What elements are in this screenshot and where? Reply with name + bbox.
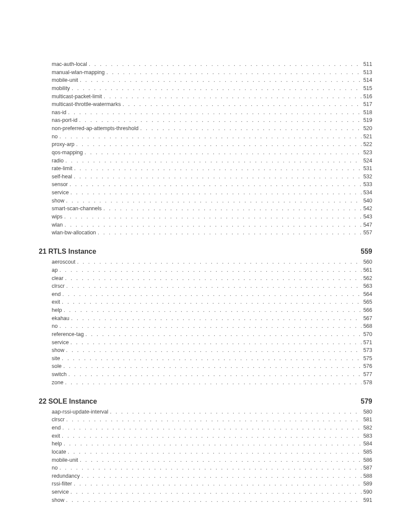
toc-entry-label: rate-limit <box>52 165 72 172</box>
toc-entry: sole576 <box>52 362 372 370</box>
toc-entry-page: 573 <box>363 346 372 354</box>
toc-section: mac-auth-local511manual-wlan-mapping513m… <box>52 60 372 236</box>
toc-entry: site575 <box>52 355 372 362</box>
toc-entry: mobile-unit586 <box>52 456 372 464</box>
toc-entry: end564 <box>52 290 372 298</box>
toc-entry: wlan547 <box>52 221 372 229</box>
toc-entry: help584 <box>52 440 372 448</box>
toc-entry: locate585 <box>52 448 372 456</box>
toc-entry-label: site <box>52 355 60 362</box>
toc-entry-page: 521 <box>363 133 372 140</box>
dot-leader <box>70 180 362 188</box>
toc-entry-page: 518 <box>363 109 372 116</box>
dot-leader <box>62 424 361 432</box>
toc-entry-page: 582 <box>363 424 372 432</box>
dot-leader <box>140 124 362 132</box>
dot-leader <box>122 100 361 108</box>
toc-entry: proxy-arp522 <box>52 140 372 148</box>
dot-leader <box>66 197 361 205</box>
dot-leader <box>64 213 361 221</box>
dot-leader <box>72 84 361 92</box>
toc-entry-page: 540 <box>363 197 372 205</box>
toc-entry-label: switch <box>52 370 67 378</box>
toc-entry-page: 511 <box>363 60 372 68</box>
toc-entry: multicast-packet-limit516 <box>52 93 372 100</box>
toc-entry-label: clear <box>52 274 63 282</box>
toc-entry-label: qos-mapping <box>52 149 83 156</box>
chapter-heading: 22 SOLE Instance579 <box>39 398 372 405</box>
toc-entry-label: aeroscout <box>52 258 75 266</box>
toc-entry-page: 584 <box>363 440 372 448</box>
chapter-page-number: 559 <box>361 248 372 255</box>
toc-entry-label: clrscr <box>52 282 65 290</box>
toc-entry: exit565 <box>52 298 372 306</box>
toc-entry-page: 581 <box>363 416 372 423</box>
toc-entry: wlan-bw-allocation557 <box>52 229 372 236</box>
dot-leader <box>64 440 362 448</box>
dot-leader <box>68 448 361 456</box>
dot-leader <box>84 149 361 156</box>
toc-entry: aap-rssi-update-interval580 <box>52 408 372 416</box>
toc-entry-label: sensor <box>52 180 68 188</box>
dot-leader <box>71 339 362 346</box>
dot-leader <box>65 379 361 386</box>
dot-leader <box>80 76 361 84</box>
toc-entry: qos-mapping523 <box>52 149 372 156</box>
toc-entry: multicast-throttle-watermarks517 <box>52 100 372 108</box>
toc-entry: sensor533 <box>52 180 372 188</box>
toc-entry-label: clrscr <box>52 416 65 423</box>
toc-entry-label: no <box>52 322 58 330</box>
toc-entry: nas-port-id519 <box>52 116 372 124</box>
toc-entry: show573 <box>52 346 372 354</box>
toc-entry-page: 577 <box>363 370 372 378</box>
toc-entry-page: 580 <box>363 408 372 416</box>
chapter-title: 21 RTLS Instance <box>39 248 361 255</box>
toc-entry-page: 588 <box>363 472 372 480</box>
toc-entry-label: service <box>52 339 69 346</box>
toc-entry-label: non-preferred-ap-attempts-threshold <box>52 124 139 132</box>
toc-entry-page: 568 <box>363 322 372 330</box>
dot-leader <box>110 408 361 416</box>
toc-entry: non-preferred-ap-attempts-threshold520 <box>52 124 372 132</box>
toc-entry: service590 <box>52 488 372 496</box>
toc-entry-label: mobility <box>52 84 70 92</box>
dot-leader <box>81 472 361 480</box>
dot-leader <box>71 488 362 496</box>
dot-leader <box>76 140 361 148</box>
toc-entry: wips543 <box>52 213 372 221</box>
toc-entry-page: 590 <box>363 488 372 496</box>
toc-entry-page: 520 <box>363 124 372 132</box>
toc-entry-page: 578 <box>363 379 372 386</box>
toc-entry: clrscr563 <box>52 282 372 290</box>
dot-leader <box>74 173 361 180</box>
toc-entry-page: 557 <box>363 229 372 236</box>
dot-leader <box>106 68 361 76</box>
toc-entry: no521 <box>52 133 372 140</box>
toc-section: aap-rssi-update-interval580clrscr581end5… <box>52 408 372 504</box>
dot-leader <box>77 258 361 266</box>
toc-entry-label: wips <box>52 213 62 221</box>
toc-entry-page: 589 <box>363 480 372 488</box>
toc-entry-label: end <box>52 290 61 298</box>
toc-entry-page: 547 <box>363 221 372 229</box>
toc-entry: show540 <box>52 197 372 205</box>
toc-entry-page: 591 <box>363 496 372 504</box>
dot-leader <box>66 416 361 423</box>
toc-entry: ap561 <box>52 266 372 274</box>
toc-entry: zone578 <box>52 379 372 386</box>
dot-leader <box>59 322 361 330</box>
toc-page: mac-auth-local511manual-wlan-mapping513m… <box>0 0 411 530</box>
dot-leader <box>62 290 361 298</box>
toc-entry: nas-id518 <box>52 109 372 116</box>
dot-leader <box>74 165 361 172</box>
toc-entry-label: smart-scan-channels <box>52 205 102 212</box>
dot-leader <box>66 496 361 504</box>
dot-leader <box>103 205 361 212</box>
toc-entry-label: mobile-unit <box>52 456 78 464</box>
toc-entry-page: 513 <box>363 68 372 76</box>
toc-entry: show591 <box>52 496 372 504</box>
toc-entry-page: 522 <box>363 140 372 148</box>
toc-entry: smart-scan-channels542 <box>52 205 372 212</box>
toc-entry-page: 567 <box>363 314 372 322</box>
toc-entry: no587 <box>52 464 372 472</box>
